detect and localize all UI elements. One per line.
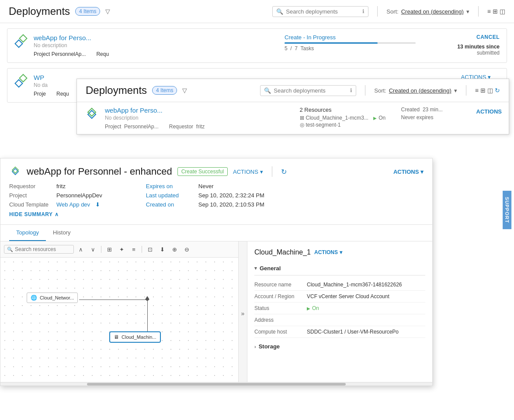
detail-actions-btn[interactable]: ACTIONS ▾ <box>233 169 263 175</box>
detail-tabs-bar: Topology History <box>0 225 432 241</box>
bg-list-view-icon[interactable]: ≡ <box>487 8 491 15</box>
bg-divider2 <box>478 6 479 17</box>
bg-card-1-req-label: Requ <box>96 51 109 57</box>
overlay-resource-2-name: test-segment-1 <box>306 122 341 128</box>
bg-more-view-icon[interactable]: ◫ <box>500 8 505 15</box>
right-panel-actions-btn[interactable]: ACTIONS ▾ <box>314 249 342 255</box>
zoom-out-btn[interactable]: ⊖ <box>181 244 192 255</box>
properties-list: Resource name Cloud_Machine_1-mcm367-148… <box>254 279 425 338</box>
storage-expand-icon: › <box>254 344 256 349</box>
overlay-sort-value[interactable]: Created on (descending) <box>389 87 451 94</box>
topology-right: Cloud_Machine_1 ACTIONS ▾ ▾ General Reso… <box>247 241 432 386</box>
bg-grid-view-icon[interactable]: ⊞ <box>493 8 498 15</box>
bg-card-1-logo <box>14 34 28 48</box>
overlay-card-title[interactable]: webApp for Perso... <box>105 107 295 114</box>
prop-compute-host-key: Compute host <box>254 329 307 335</box>
bg-card-1-info: webApp for Perso... No description Proje… <box>34 34 279 57</box>
export-btn[interactable]: ⬇ <box>157 244 167 255</box>
sort-desc-btn[interactable]: ∨ <box>88 244 98 255</box>
bg-card-1-center: Create - In Progress 5 / 7 Tasks <box>285 34 416 52</box>
detail-template-download-icon[interactable]: ⬇ <box>95 201 100 208</box>
bg-search-box[interactable]: 🔍 ℹ <box>272 6 368 17</box>
cloud-network-node[interactable]: 🌐 Cloud_Networ... <box>27 293 78 303</box>
detail-template-value[interactable]: Web App dev <box>56 201 90 208</box>
right-panel-actions-label: ACTIONS <box>314 249 338 255</box>
cloud-machine-node[interactable]: 🖥 Cloud_Machin... <box>110 332 160 342</box>
overlay-refresh-icon[interactable]: ↻ <box>495 87 500 94</box>
detail-expires-label: Expires on <box>146 183 190 189</box>
detail-refresh-btn[interactable]: ↻ <box>281 168 287 176</box>
prop-status: Status ▶ On <box>254 303 425 314</box>
overlay-list-view-icon[interactable]: ≡ <box>475 87 479 94</box>
bg-card-1-cancel-btn[interactable]: CANCEL <box>421 34 500 40</box>
overlay-requestor-value: fritz <box>196 124 205 130</box>
grid-view-btn[interactable]: ⊞ <box>104 244 115 255</box>
detail-template-label: Cloud Template <box>9 201 53 208</box>
bg-card-1-submitted: 13 minutes since submitted <box>421 44 500 56</box>
overlay-grid-view-icon[interactable]: ⊞ <box>480 87 486 94</box>
bg-card-1-title[interactable]: webApp for Perso... <box>34 34 279 41</box>
general-section-header[interactable]: ▾ General <box>254 262 425 275</box>
detail-created-label: Created on <box>146 201 190 208</box>
horizontal-scrollbar[interactable] <box>0 382 432 386</box>
overlay-sort-label: Sort: <box>374 87 386 94</box>
bg-divider <box>377 6 378 17</box>
detail-expires-value: Never <box>198 183 214 189</box>
detail-divider <box>272 166 272 177</box>
overlay-card-logo <box>84 107 100 122</box>
overlay-search-input[interactable] <box>274 87 347 94</box>
scrollbar-thumb[interactable] <box>87 383 346 386</box>
bg-filter-icon[interactable]: ▽ <box>105 8 110 15</box>
list-view-btn[interactable]: ≡ <box>128 244 139 255</box>
overlay-card-requestor: Requestor fritz <box>169 124 205 130</box>
right-panel-title: Cloud_Machine_1 <box>254 248 311 256</box>
overlay-card-dates: Created 23 min... Never expires <box>401 107 471 120</box>
bg-card-1-tasks-label: Tasks <box>301 45 314 52</box>
detail-created-value: Sep 10, 2020, 2:10:53 PM <box>198 201 264 208</box>
overlay-more-view-icon[interactable]: ◫ <box>487 87 493 94</box>
topology-search-box[interactable]: 🔍 <box>4 245 74 254</box>
overlay-sort-chevron[interactable]: ▾ <box>454 87 457 94</box>
bg-items-badge: 4 Items <box>75 7 100 16</box>
sort-asc-btn[interactable]: ∧ <box>76 244 86 255</box>
prop-status-key: Status <box>254 305 307 311</box>
prop-account-region: Account / Region VCF vCenter Server Clou… <box>254 291 425 303</box>
overlay-project-value: PersonnelAp... <box>124 124 159 130</box>
support-tab[interactable]: SUPPORT <box>503 191 511 229</box>
overlay-card-project: Project PersonnelAp... <box>105 124 159 130</box>
topology-search-input[interactable] <box>15 246 71 252</box>
bg-sort-chevron[interactable]: ▾ <box>466 8 469 15</box>
overlay-filter-icon[interactable]: ▽ <box>182 87 187 94</box>
bg-card-1-progress-bar <box>285 42 416 44</box>
panel-collapse-icon: » <box>241 310 245 317</box>
overlay-actions-btn[interactable]: ACTIONS <box>476 107 502 115</box>
tab-history[interactable]: History <box>46 225 77 241</box>
bg-search-input[interactable] <box>286 8 360 15</box>
overlay-created-value: 23 min... <box>423 107 443 113</box>
fit-btn[interactable]: ⊡ <box>145 244 155 255</box>
bg-card-1-header: webApp for Perso... No description Proje… <box>14 34 500 57</box>
svg-rect-2 <box>15 80 23 87</box>
overlay-expires: Never expires <box>401 114 471 120</box>
zoom-in-btn[interactable]: ⊕ <box>169 244 180 255</box>
detail-actions-chevron: ▾ <box>260 169 263 175</box>
svg-rect-3 <box>20 75 27 82</box>
hide-summary-btn[interactable]: HIDE SUMMARY ∧ <box>9 211 59 217</box>
overlay-sort-area: Sort: Created on (descending) ▾ <box>374 87 457 94</box>
storage-section-header[interactable]: › Storage <box>254 340 425 353</box>
panel-collapse-btn[interactable]: » <box>239 241 247 386</box>
network-view-btn[interactable]: ✦ <box>116 244 127 255</box>
detail-logo <box>9 165 21 178</box>
overlay-requestor-label: Requestor <box>169 124 193 130</box>
overlay-search-box[interactable]: 🔍 ℹ <box>260 85 356 96</box>
detail-actions-right-btn[interactable]: ACTIONS ▾ <box>393 169 424 175</box>
tab-topology[interactable]: Topology <box>9 225 46 241</box>
overlay-created: Created 23 min... <box>401 107 471 113</box>
overlay-card-resources: 2 Resources ⊠ Cloud_Machine_1-mcm3... ▶ … <box>300 107 396 128</box>
overlay-expires-value: Never expires <box>401 114 434 120</box>
overlay-project-label: Project <box>105 124 121 130</box>
detail-meta-col-1: Requestor fritz Project PersonnelAppDev … <box>9 183 102 208</box>
bg-card-1-tasks-total: 7 <box>295 45 298 52</box>
detail-requestor-value: fritz <box>56 183 66 189</box>
bg-sort-value[interactable]: Created on (descending) <box>401 8 464 15</box>
